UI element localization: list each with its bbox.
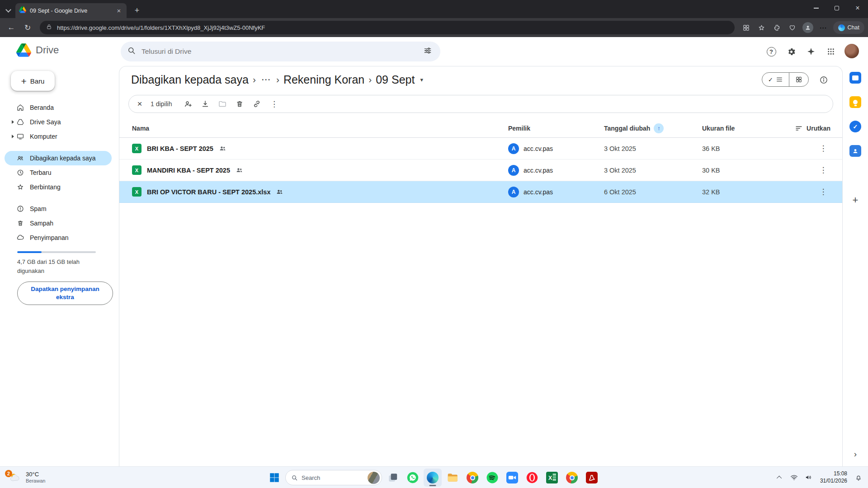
calendar-icon[interactable]: [849, 71, 862, 84]
excel-icon[interactable]: X: [543, 469, 561, 487]
account-avatar[interactable]: [844, 44, 859, 58]
tasks-icon[interactable]: ✓: [849, 120, 862, 133]
chrome-icon[interactable]: [463, 469, 481, 487]
edge-icon[interactable]: [424, 469, 442, 487]
new-tab-button[interactable]: +: [131, 5, 143, 16]
new-button[interactable]: + Baru: [11, 71, 55, 91]
clear-selection-icon[interactable]: ×: [132, 96, 148, 112]
sidebar-item-beranda[interactable]: Beranda: [5, 100, 112, 115]
acrobat-icon[interactable]: [583, 469, 601, 487]
drive-search-input[interactable]: [141, 47, 415, 56]
table-row[interactable]: X BRI KBA - SEPT 2025 A acc.cv.pas 3 Okt…: [119, 138, 842, 160]
column-header-modified[interactable]: Tanggal diubah ↑: [604, 123, 702, 133]
table-row-selected[interactable]: X BRI OP VICTOR BARU - SEPT 2025.xlsx A …: [119, 181, 842, 203]
column-header-sort[interactable]: Urutkan: [788, 124, 842, 132]
row-more-menu-icon[interactable]: ⋮: [816, 141, 830, 156]
help-button[interactable]: ?: [762, 42, 780, 61]
notification-bell-icon[interactable]: [852, 471, 865, 484]
tray-chevron-up-icon[interactable]: [773, 471, 787, 484]
browser-essentials-icon[interactable]: [785, 20, 800, 35]
more-menu-ellipsis-icon[interactable]: ⋯: [816, 20, 830, 35]
workspaces-icon[interactable]: [739, 20, 754, 35]
weather-widget[interactable]: 2 30°C Berawan: [5, 467, 49, 488]
opera-icon[interactable]: [523, 469, 541, 487]
file-explorer-icon[interactable]: [443, 469, 462, 487]
tab-close-icon[interactable]: ×: [115, 7, 123, 15]
row-more-menu-icon[interactable]: ⋮: [816, 185, 830, 199]
volume-icon[interactable]: [802, 471, 816, 484]
address-bar[interactable]: [40, 21, 735, 34]
maximize-button[interactable]: [826, 0, 847, 16]
window-close-button[interactable]: ×: [847, 0, 868, 16]
sidebar-item-penyimpanan[interactable]: Penyimpanan: [5, 230, 112, 245]
minimize-button[interactable]: [806, 0, 826, 16]
get-more-storage-button[interactable]: Dapatkan penyimpanan ekstra: [17, 282, 113, 305]
copy-link-icon[interactable]: [249, 96, 265, 112]
drive-header: Drive ?: [0, 37, 868, 66]
owner-avatar: A: [508, 165, 519, 176]
hide-side-panel-chevron-icon[interactable]: ›: [854, 449, 857, 459]
extensions-puzzle-icon[interactable]: [770, 20, 784, 35]
sidebar-item-dibagikan-kepada-saya[interactable]: Dibagikan kepada saya: [5, 151, 112, 165]
sidebar-item-drive-saya[interactable]: Drive Saya: [5, 115, 112, 129]
zoom-icon[interactable]: [503, 469, 521, 487]
keep-icon[interactable]: [849, 96, 862, 108]
column-header-owner[interactable]: Pemilik: [508, 125, 604, 132]
move-to-folder-icon[interactable]: [214, 96, 231, 112]
contacts-icon[interactable]: [849, 145, 862, 157]
expand-arrow-icon[interactable]: [12, 120, 14, 124]
row-more-menu-icon[interactable]: ⋮: [816, 163, 830, 178]
browser-tab[interactable]: 09 Sept - Google Drive ×: [15, 3, 127, 18]
back-button[interactable]: ←: [4, 20, 19, 35]
sidebar-item-berbintang[interactable]: Berbintang: [5, 180, 112, 194]
drive-brand[interactable]: Drive: [16, 43, 59, 57]
spotify-icon[interactable]: [483, 469, 501, 487]
task-view-button[interactable]: [384, 469, 402, 487]
whatsapp-icon[interactable]: [404, 469, 422, 487]
trash-icon[interactable]: [231, 96, 248, 112]
start-button[interactable]: [265, 469, 283, 487]
google-apps-grid-icon[interactable]: [822, 42, 840, 61]
details-info-icon[interactable]: [816, 72, 831, 88]
expand-arrow-icon[interactable]: [12, 135, 14, 138]
search-highlight-image[interactable]: [368, 472, 380, 484]
selection-toolbar: × 1 dipilih: [128, 95, 833, 113]
grid-view-button[interactable]: [789, 73, 808, 86]
gemini-sparkle-icon[interactable]: [802, 42, 820, 61]
chat-button[interactable]: Chat: [833, 21, 864, 34]
list-view-button[interactable]: ✓: [762, 73, 789, 86]
breadcrumb-current-folder[interactable]: 09 Sept: [373, 72, 417, 87]
table-row[interactable]: X MANDIRI KBA - SEPT 2025 A acc.cv.pas 3…: [119, 160, 842, 181]
sidebar-item-spam[interactable]: Spam: [5, 202, 112, 216]
sidebar-item-terbaru[interactable]: Terbaru: [5, 165, 112, 180]
tab-search-chevron-icon[interactable]: [5, 7, 11, 13]
taskbar-search-box[interactable]: Search: [285, 470, 382, 485]
download-icon[interactable]: [197, 96, 213, 112]
search-icon: [291, 474, 298, 481]
wifi-icon[interactable]: [788, 471, 801, 484]
url-input[interactable]: [56, 24, 728, 32]
breadcrumb-root[interactable]: Dibagikan kepada saya: [128, 72, 251, 87]
breadcrumb-parent[interactable]: Rekening Koran: [281, 72, 367, 87]
chrome-icon-2[interactable]: [563, 469, 581, 487]
taskbar-clock[interactable]: 15:08 31/01/2026: [816, 470, 851, 484]
folder-dropdown-caret-icon[interactable]: ▾: [420, 76, 423, 83]
more-actions-icon[interactable]: ⋮: [266, 96, 282, 112]
column-header-size[interactable]: Ukuran file: [702, 125, 788, 132]
sidebar-item-komputer[interactable]: Komputer: [5, 129, 112, 144]
add-addon-plus-icon[interactable]: +: [853, 194, 859, 206]
share-add-person-icon[interactable]: [180, 96, 196, 112]
favorites-star-icon[interactable]: [755, 20, 769, 35]
sort-ascending-arrow-icon[interactable]: ↑: [654, 123, 664, 133]
search-options-tune-icon[interactable]: [420, 42, 436, 61]
sidebar-item-sampah[interactable]: Sampah: [5, 216, 112, 230]
drive-main-content: Dibagikan kepada saya › ⋯ › Rekening Kor…: [119, 66, 843, 466]
owner-avatar: A: [508, 143, 519, 154]
column-header-name[interactable]: Nama: [119, 125, 508, 132]
breadcrumb: Dibagikan kepada saya › ⋯ › Rekening Kor…: [119, 66, 842, 93]
settings-gear-icon[interactable]: [782, 42, 800, 61]
drive-search-bar[interactable]: [121, 42, 440, 61]
breadcrumb-ellipsis-button[interactable]: ⋯: [257, 74, 275, 85]
browser-profile-avatar[interactable]: [801, 20, 815, 35]
refresh-button[interactable]: ↻: [20, 20, 35, 35]
